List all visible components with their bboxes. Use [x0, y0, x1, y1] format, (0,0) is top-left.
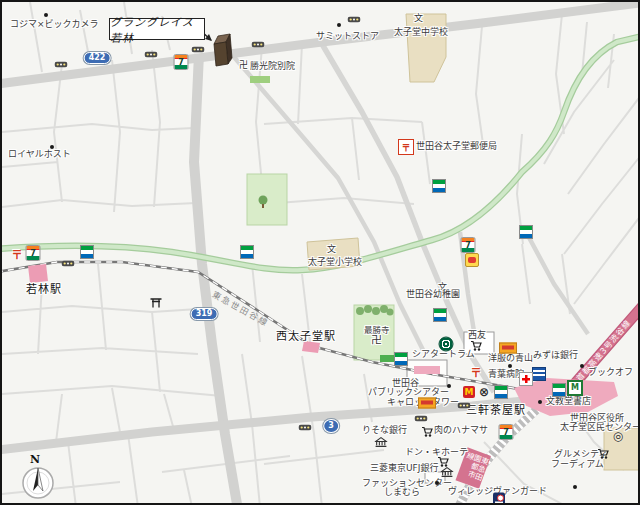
poi-dot: [435, 481, 439, 485]
map-base: [2, 2, 640, 505]
label-kindergarten: 世田谷幼稚園: [406, 290, 460, 300]
seven-eleven-icon: 7: [26, 245, 41, 261]
route-badge-3: 3: [323, 419, 339, 433]
poi-dot: [573, 485, 577, 489]
bank-icon: [375, 433, 388, 452]
shop-sign-icon: [493, 493, 505, 505]
matsuya-icon: [465, 253, 479, 267]
traffic-light-icon: [145, 43, 158, 62]
family-mart-icon: [494, 385, 508, 399]
traffic-light-icon: [62, 252, 75, 271]
subject-callout-label: グラングレイス若林: [110, 13, 204, 45]
seven-eleven-icon: 7: [174, 54, 189, 70]
map-canvas: グラングレイス若林 東急世田谷線 首都高速3号渋谷線 東急田園都市線 422 3…: [0, 0, 640, 505]
label-ufj: 三菱東京UFJ銀行: [370, 464, 438, 474]
shopping-cart-icon: [597, 445, 609, 464]
subject-building-front: [214, 42, 228, 66]
mos-burger-icon: M: [567, 380, 583, 396]
route-badge-319: 319: [191, 308, 218, 320]
seven-eleven-icon: 7: [499, 424, 514, 440]
compass-north-label: N: [30, 453, 40, 466]
store-sign-icon: [499, 343, 517, 354]
family-mart-icon: [519, 225, 533, 239]
taishido-jhs-building: [406, 14, 446, 82]
temple-mark-shokoin: 卍: [239, 61, 248, 71]
shopping-cart-icon: [437, 453, 449, 472]
mos-glyph: M: [571, 384, 579, 392]
poi-dot: [508, 364, 512, 368]
compass: [23, 468, 53, 498]
family-mart-icon: [80, 245, 94, 259]
label-foodium: フーディアム: [551, 460, 604, 470]
post-office-icon: 〒: [12, 246, 23, 262]
postal-glyph: 〒: [401, 141, 410, 154]
traffic-light-icon: [348, 8, 361, 27]
temple-mark-saishoji: 卍: [371, 335, 382, 347]
label-community-center: 太子堂区民センター: [560, 423, 640, 433]
family-mart-icon: [552, 383, 566, 397]
torii-gate-icon: [150, 294, 162, 313]
seven-glyph: 7: [465, 241, 471, 250]
poi-dot: [337, 23, 341, 27]
poi-dot: [538, 400, 542, 404]
school-mark-es: 文: [327, 245, 336, 255]
label-royal-host: ロイヤルホスト: [8, 150, 71, 160]
traffic-light-icon: [55, 53, 68, 72]
seven-glyph: 7: [30, 249, 36, 258]
traffic-light-icon: [252, 33, 265, 52]
label-aoyama: 洋服の青山: [488, 354, 533, 364]
small-green-1: [250, 76, 270, 83]
school-mark-jhs: 文: [414, 14, 423, 24]
seven-eleven-icon: 7: [461, 237, 476, 253]
major-road-vertical: [194, 54, 238, 505]
label-hanamasa: 肉のハナマサ: [434, 426, 488, 436]
station-nishi-taishido: 西太子堂駅: [276, 331, 336, 343]
seven-glyph: 7: [503, 428, 509, 437]
route-badge-422: 422: [84, 52, 111, 64]
label-theatre-tram: シアタートラム: [412, 350, 475, 360]
label-mizuho: みずほ銀行: [533, 351, 578, 361]
government-office-icon: ◎: [613, 429, 623, 443]
hospital-icon: [519, 372, 533, 386]
starbucks-icon: [439, 337, 454, 352]
station-wakabayashi: 若林駅: [26, 284, 62, 296]
poi-dot: [50, 145, 54, 149]
major-road-north: [2, 2, 640, 84]
tree-icon: [259, 196, 268, 205]
label-taishido-jhs: 太子堂中学校: [394, 28, 448, 38]
family-mart-icon: [394, 352, 408, 366]
mizuho-bank-icon: [532, 367, 546, 381]
family-mart-icon: [433, 308, 447, 322]
post-office-icon: 〒: [471, 364, 482, 380]
label-post-office: 世田谷太子堂郵便局: [416, 142, 497, 152]
label-shokoin: 勝光院別院: [250, 62, 295, 72]
small-green-2: [380, 355, 394, 362]
label-bookoff: ブックオフ: [588, 368, 633, 378]
station-sangenjaya: 三軒茶屋駅: [466, 405, 526, 417]
post-office-icon: 〒: [398, 139, 414, 155]
label-shimamura: しまむら: [384, 488, 420, 498]
traffic-light-icon: [415, 407, 428, 426]
traffic-light-icon: [458, 394, 471, 413]
poi-dot: [447, 384, 451, 388]
police-box-icon: ⊗: [479, 385, 489, 399]
theatre-tram-shape: [414, 366, 440, 374]
wakabayashi-station-shape: [28, 264, 48, 283]
poi-dot: [44, 13, 48, 17]
tree-trunk: [262, 204, 264, 208]
seven-glyph: 7: [178, 58, 184, 67]
shopping-cart-icon: [470, 337, 482, 356]
label-kojima: コジマ×ビックカメラ: [10, 20, 99, 30]
label-bunkyodo: 文教堂書店: [546, 397, 591, 407]
traffic-light-icon: [299, 416, 312, 435]
label-taishido-es: 太子堂小学校: [308, 258, 362, 268]
family-mart-icon: [432, 179, 446, 193]
poi-dot: [580, 364, 584, 368]
label-summit: サミットストア: [316, 32, 379, 42]
traffic-light-icon: [192, 38, 205, 57]
family-mart-icon: [240, 245, 254, 259]
